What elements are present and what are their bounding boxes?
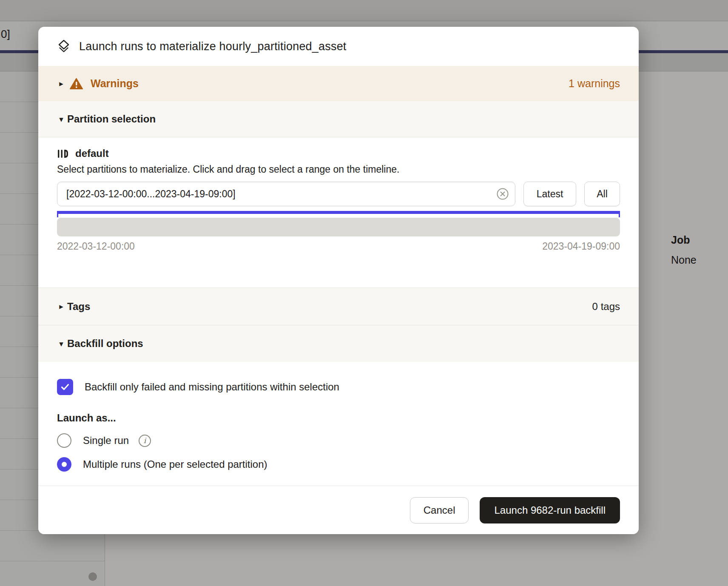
dialog-footer: Cancel Launch 9682-run backfill xyxy=(38,486,639,534)
launch-as-label: Launch as... xyxy=(57,412,620,424)
timeline-end-date: 2023-04-19-09:00 xyxy=(542,241,620,252)
dialog-title: Launch runs to materialize hourly_partit… xyxy=(79,40,347,53)
warnings-section-toggle[interactable]: ▸ Warnings 1 warnings xyxy=(38,66,639,101)
info-icon[interactable]: i xyxy=(139,435,151,447)
partition-set-icon xyxy=(57,148,68,159)
warnings-count: 1 warnings xyxy=(569,77,620,90)
materialize-layers-icon xyxy=(57,39,71,54)
dialog-header: Launch runs to materialize hourly_partit… xyxy=(38,27,639,66)
warning-triangle-icon xyxy=(70,78,83,90)
tags-count: 0 tags xyxy=(592,301,620,313)
partition-selection-toggle[interactable]: ▾ Partition selection xyxy=(38,101,639,137)
chevron-down-icon: ▾ xyxy=(57,115,65,123)
latest-button[interactable]: Latest xyxy=(523,182,576,206)
cancel-button[interactable]: Cancel xyxy=(410,497,469,523)
timeline-start-date: 2022-03-12-00:00 xyxy=(57,241,135,252)
backfill-options-body: Backfill only failed and missing partiti… xyxy=(38,362,639,486)
chevron-down-icon: ▾ xyxy=(57,340,65,348)
backfill-only-failed-label: Backfill only failed and missing partiti… xyxy=(85,381,339,393)
backfill-only-failed-checkbox[interactable] xyxy=(57,379,73,395)
multiple-runs-radio[interactable] xyxy=(57,457,71,472)
launch-backfill-button[interactable]: Launch 9682-run backfill xyxy=(480,497,620,523)
partition-selection-body: default Select partitions to materialize… xyxy=(38,137,639,287)
partition-help-text: Select partitions to materialize. Click … xyxy=(57,164,620,175)
partition-dimension-name: default xyxy=(75,148,109,159)
chevron-right-icon: ▸ xyxy=(57,302,65,310)
backfill-options-toggle[interactable]: ▾ Backfill options xyxy=(38,325,639,362)
multiple-runs-label: Multiple runs (One per selected partitio… xyxy=(83,458,267,470)
chevron-right-icon: ▸ xyxy=(57,80,65,88)
single-run-label: Single run xyxy=(83,435,129,447)
all-button[interactable]: All xyxy=(584,182,620,206)
timeline-selection-range[interactable] xyxy=(57,211,620,214)
clear-selection-icon[interactable] xyxy=(497,188,509,200)
single-run-radio[interactable] xyxy=(57,433,71,448)
backfill-options-label: Backfill options xyxy=(67,338,143,350)
partition-selection-label: Partition selection xyxy=(67,113,156,125)
warnings-label: Warnings xyxy=(91,77,139,90)
partition-range-input[interactable] xyxy=(57,182,515,206)
tags-section-toggle[interactable]: ▸ Tags 0 tags xyxy=(38,287,639,325)
launch-backfill-dialog: Launch runs to materialize hourly_partit… xyxy=(38,27,639,534)
tags-label: Tags xyxy=(67,301,90,313)
partition-timeline[interactable] xyxy=(57,218,620,236)
